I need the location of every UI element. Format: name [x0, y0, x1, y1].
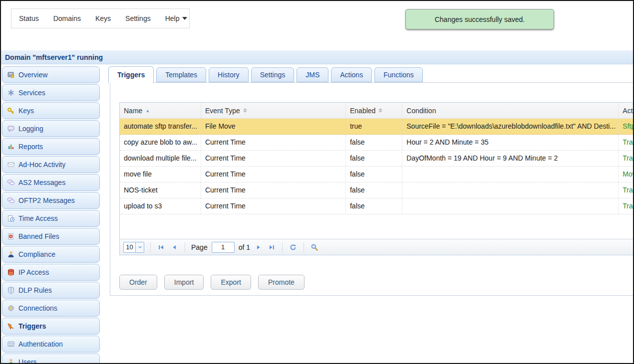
export-button[interactable]: Export	[211, 275, 251, 290]
prev-page-button[interactable]	[170, 243, 179, 252]
sidebar-item-users[interactable]: Users	[2, 354, 100, 364]
triggers-table: Name▲Event TypeEnabledConditionActi auto…	[119, 102, 634, 255]
table-row[interactable]: copy azure blob to aw...Current Timefals…	[120, 135, 634, 151]
sidebar-item-dlp-rules[interactable]: DLP Rules	[2, 282, 100, 299]
sidebar-item-label: Keys	[18, 107, 34, 115]
menu-item-status[interactable]: Status	[19, 14, 39, 22]
sidebar-item-logging[interactable]: Logging	[2, 120, 100, 137]
menu-item-label: Help	[165, 14, 180, 22]
enabled-cell: false	[346, 198, 402, 214]
shield-icon	[7, 286, 15, 294]
key-icon	[7, 107, 15, 115]
sidebar-item-banned-files[interactable]: Banned Files	[2, 228, 100, 245]
sidebar-item-connections[interactable]: Connections	[2, 300, 100, 317]
order-button[interactable]: Order	[119, 275, 157, 290]
enabled-cell: true	[346, 119, 402, 134]
tab-history[interactable]: History	[209, 67, 249, 82]
tab-actions[interactable]: Actions	[331, 67, 372, 82]
sidebar-item-triggers[interactable]: Triggers	[2, 318, 100, 335]
person-blue-icon	[7, 250, 15, 258]
sidebar-item-keys[interactable]: Keys	[2, 102, 100, 119]
tab-templates[interactable]: Templates	[156, 67, 206, 82]
gear-icon	[7, 304, 15, 312]
refresh-button[interactable]	[289, 243, 298, 252]
sidebar-item-as2-messages[interactable]: AS2 Messages	[2, 174, 100, 191]
tab-content-panel: Name▲Event TypeEnabledConditionActi auto…	[110, 82, 634, 296]
table-body: automate sftp transfer...File MovetrueSo…	[120, 119, 634, 214]
sort-asc-icon: ▲	[145, 108, 150, 113]
sidebar-item-label: Overview	[18, 71, 47, 79]
success-alert: Changes successfully saved.	[405, 9, 554, 29]
next-page-button[interactable]	[254, 243, 263, 252]
table-row[interactable]: download multiple file...Current Timefal…	[120, 151, 634, 167]
menu-item-keys[interactable]: Keys	[95, 14, 111, 22]
page-number-input[interactable]	[212, 242, 235, 253]
menu-item-domains[interactable]: Domains	[53, 14, 81, 22]
sidebar-item-label: Time Access	[18, 214, 58, 222]
sort-icon	[378, 108, 382, 113]
name-cell: move file	[120, 167, 201, 182]
table-action-buttons: OrderImportExportPromote	[119, 275, 305, 290]
last-page-button[interactable]	[267, 243, 276, 252]
tab-jms[interactable]: JMS	[297, 67, 328, 82]
import-button[interactable]: Import	[164, 275, 204, 290]
first-page-button[interactable]	[157, 243, 166, 252]
app-window: StatusDomainsKeysSettingsHelp Changes su…	[0, 0, 634, 364]
action-cell: Tra	[619, 135, 634, 150]
sidebar-item-ip-access[interactable]: IP Access	[2, 264, 100, 281]
sidebar-item-oftp2-messages[interactable]: OFTP2 Messages	[2, 192, 100, 209]
tab-settings[interactable]: Settings	[251, 67, 295, 82]
sidebar-item-label: Triggers	[18, 322, 46, 330]
tab-functions[interactable]: Functions	[374, 67, 423, 82]
menu-item-settings[interactable]: Settings	[125, 14, 151, 22]
action-cell: Mov	[619, 167, 634, 182]
sidebar-item-authentication[interactable]: Authentication	[2, 336, 100, 353]
column-header-enabled[interactable]: Enabled	[346, 103, 402, 118]
sidebar-item-compliance[interactable]: Compliance	[2, 246, 100, 263]
sidebar-item-time-access[interactable]: Time Access	[2, 210, 100, 227]
caret-down-icon	[182, 17, 187, 20]
pagination-bar: 10 Page of 1	[120, 239, 634, 255]
menu-item-label: Domains	[53, 14, 81, 22]
tab-bar: TriggersTemplatesHistorySettingsJMSActio…	[108, 67, 423, 84]
event-type-cell: Current Time	[201, 167, 346, 182]
page-size-select[interactable]: 10	[123, 242, 144, 253]
column-header-event-type[interactable]: Event Type	[201, 103, 346, 118]
services-icon	[7, 89, 15, 97]
column-label: Name	[124, 107, 142, 115]
page-count-label: of 1	[239, 243, 250, 251]
sidebar-item-ad-hoc-activity[interactable]: Ad-Hoc Activity	[2, 156, 100, 173]
name-cell: copy azure blob to aw...	[120, 135, 201, 150]
sidebar-item-label: Services	[18, 89, 45, 97]
condition-cell	[402, 198, 619, 214]
sidebar-item-label: Reports	[18, 143, 43, 151]
tab-triggers[interactable]: Triggers	[108, 66, 154, 83]
sort-icon	[243, 108, 247, 113]
sidebar-item-reports[interactable]: Reports	[2, 138, 100, 155]
menu-item-help[interactable]: Help	[165, 14, 188, 22]
search-button[interactable]	[310, 243, 319, 252]
sidebar-item-services[interactable]: Services	[2, 84, 100, 101]
column-header-name[interactable]: Name▲	[120, 103, 201, 118]
promote-button[interactable]: Promote	[258, 275, 305, 290]
database-red-icon	[7, 268, 15, 276]
column-header-condition[interactable]: Condition	[402, 103, 619, 118]
separator	[304, 242, 304, 253]
sidebar-item-overview[interactable]: Overview	[2, 66, 100, 83]
table-row[interactable]: upload to s3Current TimefalseTra	[120, 198, 634, 214]
event-type-cell: Current Time	[201, 182, 346, 198]
event-type-cell: File Move	[201, 119, 346, 134]
action-cell: Sftp	[619, 119, 634, 134]
table-row[interactable]: automate sftp transfer...File MovetrueSo…	[120, 119, 634, 135]
envelope-icon	[7, 161, 15, 169]
condition-cell	[402, 182, 619, 198]
messages-icon	[7, 179, 15, 186]
column-label: Event Type	[205, 107, 240, 115]
column-header-acti[interactable]: Acti	[619, 103, 634, 118]
top-menubar: StatusDomainsKeysSettingsHelp	[11, 8, 190, 28]
enabled-cell: false	[346, 182, 402, 198]
menu-item-label: Status	[19, 14, 39, 22]
sidebar-item-label: OFTP2 Messages	[18, 196, 75, 204]
table-row[interactable]: move fileCurrent TimefalseMov	[120, 167, 634, 182]
table-row[interactable]: NOS-ticketCurrent TimefalseTra	[120, 182, 634, 198]
